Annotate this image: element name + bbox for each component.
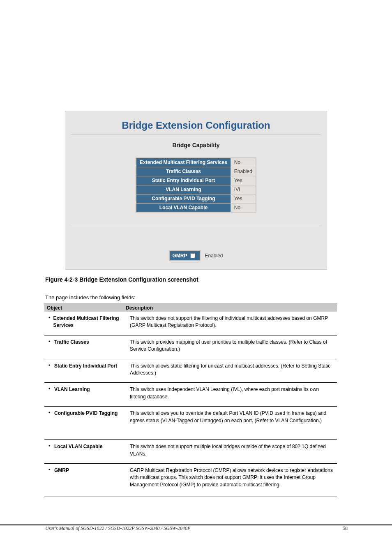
panel-title: Bridge Extension Configuration [65, 120, 327, 131]
bridge-config-panel: Bridge Extension Configuration Bridge Ca… [65, 111, 327, 270]
header-object: Object [44, 304, 123, 312]
divider [71, 224, 321, 225]
table-row: VLAN Learning IVL [136, 185, 256, 194]
table-row: •VLAN Learning This switch uses Independ… [44, 382, 337, 406]
gmrp-row: GMRP Enabled [169, 250, 223, 261]
object-desc: This switch allows you to override the d… [127, 410, 337, 434]
cap-key: VLAN Learning [136, 185, 231, 194]
object-name: GMRP [54, 467, 69, 491]
object-name: VLAN Learning [54, 386, 90, 400]
object-desc: GARP Multicast Registration Protocol (GM… [127, 467, 337, 491]
table-row: •GMRP GARP Multicast Registration Protoc… [44, 463, 337, 497]
cap-val: No [231, 158, 256, 167]
cap-val: Yes [231, 176, 256, 185]
gmrp-control: GMRP [169, 250, 201, 261]
table-row: Local VLAN Capable No [136, 203, 256, 212]
cap-val: No [231, 203, 256, 212]
bullet-icon: • [48, 443, 54, 458]
section-intro: The page includes the following fields: [0, 294, 392, 301]
cap-key: Extended Multicast Filtering Services [136, 158, 231, 167]
object-desc: This switch provides mapping of user pri… [127, 339, 337, 353]
gmrp-label: GMRP [172, 253, 187, 259]
bullet-icon: • [48, 467, 54, 491]
object-desc: This switch does not support the filteri… [127, 315, 337, 329]
object-desc: This switch uses Independent VLAN Learni… [127, 386, 337, 400]
panel-subtitle: Bridge Capability [65, 142, 327, 148]
table-row: •Traffic Classes This switch provides ma… [44, 335, 337, 359]
object-desc: This switch allows static filtering for … [127, 363, 337, 377]
gmrp-checkbox[interactable] [190, 253, 195, 258]
capability-table: Extended Multicast Filtering Services No… [136, 157, 256, 213]
cap-key: Local VLAN Capable [136, 203, 231, 212]
page-footer: User's Manual of SGSD-1022 / SGSD-1022P … [0, 524, 392, 536]
table-row: Static Entry Individual Port Yes [136, 176, 256, 185]
bullet-icon: • [48, 339, 54, 353]
cap-key: Configurable PVID Tagging [136, 194, 231, 203]
table-row: •Configurable PVID Tagging This switch a… [44, 406, 337, 439]
table-row: Configurable PVID Tagging Yes [136, 194, 256, 203]
table-row: Extended Multicast Filtering Services No [136, 158, 256, 167]
cap-val: Yes [231, 194, 256, 203]
gmrp-enabled-text: Enabled [205, 253, 223, 259]
cap-key: Static Entry Individual Port [136, 176, 231, 185]
bullet-icon: • [48, 410, 54, 434]
object-description-table: Object Description •Extended Multicast F… [44, 303, 337, 497]
object-name: Extended Multicast Filtering Services [53, 315, 126, 329]
footer-page-number: 58 [343, 525, 348, 532]
table-header: Object Description [44, 304, 337, 312]
object-name: Configurable PVID Tagging [54, 410, 118, 434]
bullet-icon: • [48, 386, 54, 400]
object-name: Traffic Classes [54, 339, 89, 353]
table-row: •Extended Multicast Filtering Services T… [44, 312, 337, 335]
object-name: Static Entry Individual Port [54, 363, 117, 377]
cap-val: IVL [231, 185, 256, 194]
header-description: Description [123, 304, 337, 312]
cap-key: Traffic Classes [136, 167, 231, 176]
object-name: Local VLAN Capable [54, 443, 102, 458]
table-row: •Static Entry Individual Port This switc… [44, 359, 337, 383]
object-desc: This switch does not support multiple lo… [127, 443, 337, 458]
bullet-icon: • [48, 363, 54, 377]
table-row: Traffic Classes Enabled [136, 167, 256, 176]
cap-val: Enabled [231, 167, 256, 176]
table-row: •Local VLAN Capable This switch does not… [44, 439, 337, 463]
divider [71, 134, 321, 135]
figure-caption: Figure 4-2-3 Bridge Extension Configurat… [0, 276, 392, 283]
bullet-icon: • [48, 315, 53, 329]
footer-left: User's Manual of SGSD-1022 / SGSD-1022P … [45, 525, 190, 532]
